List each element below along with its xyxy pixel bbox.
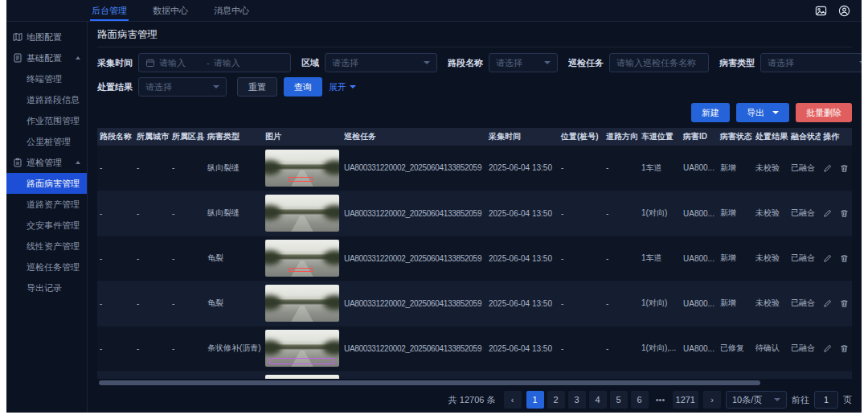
road-photo-thumb[interactable] <box>265 195 339 232</box>
app-body: 地图配置 基础配置 终端管理 道路路段信息 作业范围管理 公里桩管理 巡检管理 … <box>6 22 862 413</box>
cell-damage-id <box>681 371 718 379</box>
page-button-3[interactable]: 3 <box>568 391 586 409</box>
document-icon <box>13 53 23 63</box>
page-button-1271[interactable]: 1271 <box>673 391 698 409</box>
tab-message-center[interactable]: 消息中心 <box>212 0 251 21</box>
reset-button[interactable]: 重置 <box>237 77 277 97</box>
prev-page-button[interactable]: ‹ <box>504 391 522 409</box>
cell-road-direction: - <box>604 146 639 191</box>
cell-damage-type: 龟裂 <box>205 281 263 326</box>
table-row[interactable] <box>97 371 852 379</box>
damage-type-select[interactable]: 请选择 <box>760 53 862 72</box>
cell-damage-status: 新增 <box>718 191 753 236</box>
column-header-7: 位置(桩号) <box>559 128 604 146</box>
cell-lane-position: 1(对向),... <box>639 326 681 371</box>
topbar: 后台管理 数据中心 消息中心 <box>6 0 862 22</box>
table-row[interactable]: - - - 龟裂 UA800331220002_2025060413385205… <box>97 236 852 281</box>
cell-road-name: - <box>97 326 134 371</box>
inspection-task-input-wrap <box>609 53 709 72</box>
chevron-down-icon <box>772 111 779 114</box>
edit-icon[interactable] <box>823 209 832 218</box>
region-select[interactable]: 请选择 <box>325 53 437 72</box>
edit-icon[interactable] <box>823 164 832 173</box>
cell-county: - <box>170 281 205 326</box>
sidebar-item-map-config[interactable]: 地图配置 <box>6 27 87 47</box>
road-photo-thumb[interactable] <box>265 285 339 322</box>
road-photo-thumb[interactable] <box>265 240 339 277</box>
road-photo-thumb[interactable] <box>265 375 339 379</box>
export-button[interactable]: 导出 <box>736 103 789 122</box>
tab-data-center[interactable]: 数据中心 <box>151 0 190 21</box>
table-row[interactable]: - - - 龟裂 UA800331220002_2025060413385205… <box>97 281 852 326</box>
table-row[interactable]: - - - 条状修补(沥青) UA800331220002_2025060413… <box>97 326 852 371</box>
road-photo-thumb[interactable] <box>265 150 339 187</box>
page-button-5[interactable]: 5 <box>610 391 628 409</box>
page-button-6[interactable]: 6 <box>631 391 649 409</box>
sidebar-item-linear-asset-management[interactable]: 线性资产管理 <box>6 236 87 257</box>
create-button[interactable]: 新建 <box>691 103 730 122</box>
sidebar-group-basic-config[interactable]: 基础配置 <box>6 47 87 68</box>
tree-shade-left <box>265 340 281 355</box>
delete-icon[interactable] <box>840 209 849 218</box>
table-row[interactable]: - - - 纵向裂缝 UA800331220002_20250604133852… <box>97 146 852 191</box>
next-page-button[interactable]: › <box>703 391 721 409</box>
table-row[interactable]: - - - 纵向裂缝 UA800331220002_20250604133852… <box>97 191 852 236</box>
sidebar-item-work-scope-management[interactable]: 作业范围管理 <box>6 110 87 131</box>
delete-icon[interactable] <box>840 299 849 308</box>
sidebar-item-terminal-management[interactable]: 终端管理 <box>6 68 87 89</box>
disposal-result-select[interactable]: 请选择 <box>138 77 227 97</box>
delete-icon[interactable] <box>840 254 849 263</box>
page-button-1[interactable]: 1 <box>526 391 544 409</box>
road-photo-thumb[interactable] <box>265 330 339 367</box>
expand-toggle[interactable]: 展开 <box>329 81 356 93</box>
cell-county: - <box>170 191 205 236</box>
sidebar-item-label: 导出记录 <box>27 282 62 294</box>
cell-lane-position: 1(对向) <box>639 281 681 326</box>
column-header-3: 病害类型 <box>205 128 263 146</box>
sidebar-item-road-section-info[interactable]: 道路路段信息 <box>6 89 87 110</box>
goto-page-input[interactable] <box>814 391 838 409</box>
cell-damage-type <box>205 371 263 379</box>
edit-icon[interactable] <box>823 254 832 263</box>
sidebar-group-inspection-management[interactable]: 巡检管理 <box>6 152 87 173</box>
page-title: 路面病害管理 <box>97 22 852 47</box>
tab-backend-management[interactable]: 后台管理 <box>90 0 129 21</box>
road-name-select[interactable]: 请选择 <box>489 53 558 72</box>
user-avatar-icon[interactable] <box>838 5 850 17</box>
page-button-4[interactable]: 4 <box>589 391 607 409</box>
sidebar-item-inspection-task-management[interactable]: 巡检任务管理 <box>6 257 87 277</box>
page-size-select[interactable]: 10条/页 <box>726 391 787 409</box>
cell-road-direction <box>604 371 639 379</box>
sidebar-item-traffic-safety-event-management[interactable]: 交安事件管理 <box>6 215 87 236</box>
delete-icon[interactable] <box>840 344 849 353</box>
search-button[interactable]: 查询 <box>284 77 322 97</box>
sidebar-item-export-records[interactable]: 导出记录 <box>6 277 87 298</box>
cell-disposal-result: 未校验 <box>753 191 788 236</box>
cell-city: - <box>134 326 170 371</box>
page-suffix-label: 页 <box>843 394 852 406</box>
edit-icon[interactable] <box>823 299 832 308</box>
cell-damage-status: 新增 <box>718 281 753 326</box>
delete-icon[interactable] <box>840 164 849 173</box>
page-button-2[interactable]: 2 <box>547 391 565 409</box>
cell-damage-id: UA800... <box>681 191 718 236</box>
cell-county: - <box>170 326 205 371</box>
page-ellipsis[interactable]: ••• <box>652 391 669 409</box>
cell-fusion-status: 已融合 <box>788 146 821 191</box>
column-header-6: 采集时间 <box>486 128 559 146</box>
sidebar-item-label: 巡检任务管理 <box>27 261 80 273</box>
collect-time-range-picker[interactable]: - <box>138 53 291 72</box>
column-header-9: 车道位置 <box>639 128 681 146</box>
scrollbar-thumb[interactable] <box>99 380 760 385</box>
inspection-task-input[interactable] <box>616 58 702 68</box>
edit-icon[interactable] <box>823 344 832 353</box>
batch-delete-button[interactable]: 批量删除 <box>796 103 852 122</box>
sidebar-item-kilometer-post-management[interactable]: 公里桩管理 <box>6 131 87 152</box>
sidebar-item-road-asset-management[interactable]: 道路资产管理 <box>6 194 87 215</box>
image-icon[interactable] <box>815 5 827 17</box>
cell-inspection-task: UA800331220002_20250604133852059 <box>342 326 486 371</box>
date-start-input[interactable] <box>159 58 203 68</box>
date-end-input[interactable] <box>214 58 257 68</box>
tree-shade-right <box>323 205 339 220</box>
sidebar-item-road-damage-management[interactable]: 路面病害管理 <box>6 173 87 194</box>
